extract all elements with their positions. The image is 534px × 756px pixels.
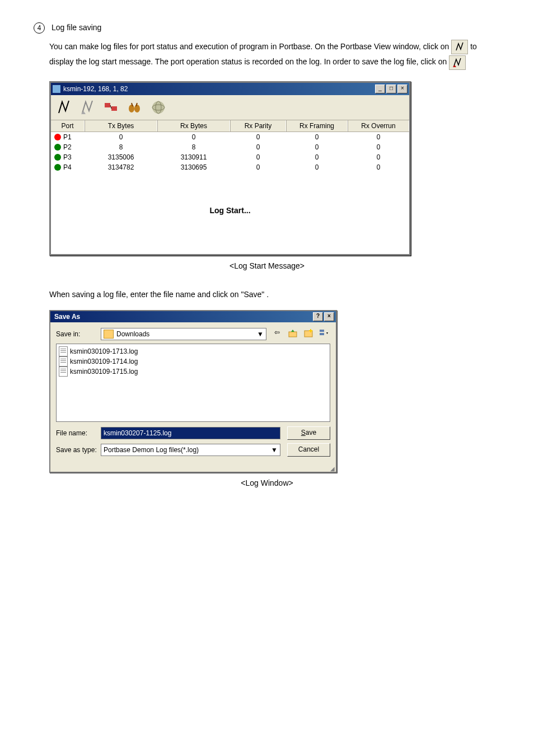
svg-rect-10: [320, 330, 324, 332]
save-btn-rest: ave: [306, 429, 316, 436]
window-title: ksmin-192, 168, 1, 82: [63, 85, 375, 93]
list-item[interactable]: ksmin030109-1713.log: [59, 346, 327, 356]
save-in-value: Downloads: [116, 330, 149, 338]
table-row[interactable]: P431347823130695000: [51, 162, 409, 172]
list-item[interactable]: ksmin030109-1715.log: [59, 367, 327, 377]
portbase-window: ksmin-192, 168, 1, 82 _ □ × Port Tx Byte…: [49, 81, 411, 256]
table-row[interactable]: P331350063130911000: [51, 152, 409, 162]
view-menu-button[interactable]: [318, 328, 330, 340]
svg-rect-0: [105, 103, 110, 107]
caption-log-window: <Log Window>: [34, 478, 500, 487]
svg-point-5: [152, 101, 165, 114]
log-save-icon: [449, 55, 466, 70]
toolbar-log-save-button[interactable]: [77, 97, 99, 118]
table-row[interactable]: P100000: [51, 132, 409, 142]
svg-rect-8: [289, 332, 297, 337]
resize-grip[interactable]: ◢: [50, 466, 336, 472]
header-rx-bytes[interactable]: Rx Bytes: [157, 120, 230, 132]
cancel-button[interactable]: Cancel: [287, 443, 330, 457]
save-in-label: Save in:: [56, 330, 101, 338]
table-row[interactable]: P288000: [51, 142, 409, 152]
header-port[interactable]: Port: [51, 120, 85, 132]
save-as-dialog: Save As ? × Save in: Downloads ▼ ⇦: [49, 310, 337, 473]
toolbar-binoculars-button[interactable]: [124, 97, 146, 118]
app-icon: [53, 85, 60, 93]
filename-value: ksmin030207-1125.log: [104, 429, 171, 437]
table-body: P100000P288000P331350063130911000P431347…: [51, 132, 409, 172]
port-table: Port Tx Bytes Rx Bytes Rx Parity Rx Fram…: [51, 120, 409, 254]
header-tx-bytes[interactable]: Tx Bytes: [85, 120, 157, 132]
folder-icon: [104, 330, 114, 339]
svg-point-4: [134, 105, 140, 112]
file-icon: [59, 367, 68, 377]
body-paragraph-2: When saving a log file, enter the file n…: [49, 287, 500, 302]
caption-log-start: <Log Start Message>: [34, 261, 500, 270]
status-dot-icon: [54, 154, 61, 161]
save-as-type-label: Save as type:: [56, 446, 101, 454]
chevron-down-icon: ▼: [257, 330, 264, 338]
file-icon: [59, 356, 68, 367]
close-button[interactable]: ×: [324, 312, 334, 321]
log-start-icon: [451, 40, 468, 54]
svg-rect-11: [320, 333, 324, 335]
section-title: Log file saving: [51, 23, 102, 32]
file-icon: [59, 346, 68, 356]
toolbar-globe-button[interactable]: [148, 97, 169, 118]
header-rx-parity[interactable]: Rx Parity: [230, 120, 286, 132]
status-dot-icon: [54, 134, 61, 140]
back-button[interactable]: ⇦: [271, 328, 283, 340]
save-titlebar: Save As ? ×: [50, 311, 336, 322]
status-dot-icon: [54, 164, 61, 171]
file-list[interactable]: ksmin030109-1713.logksmin030109-1714.log…: [56, 344, 330, 422]
log-start-message: Log Start...: [51, 172, 409, 254]
type-value: Portbase Demon Log files(*.log): [104, 446, 199, 454]
para1a: You can make log files for port status a…: [49, 42, 451, 51]
new-folder-button[interactable]: [302, 328, 315, 340]
toolbar-log-start-button[interactable]: [54, 97, 75, 118]
header-rx-framing[interactable]: Rx Framing: [286, 120, 348, 132]
close-button[interactable]: ×: [397, 84, 407, 93]
up-button[interactable]: [287, 328, 299, 340]
section-number: 4: [34, 22, 45, 34]
save-as-type-combo[interactable]: Portbase Demon Log files(*.log) ▼: [101, 444, 280, 456]
help-button[interactable]: ?: [313, 312, 323, 321]
header-rx-overrun[interactable]: Rx Overrun: [348, 120, 409, 132]
titlebar: ksmin-192, 168, 1, 82 _ □ ×: [51, 83, 409, 95]
toolbar: [51, 95, 409, 120]
filename-input[interactable]: ksmin030207-1125.log: [101, 427, 280, 439]
filename-label: File name:: [56, 429, 101, 437]
save-in-combo[interactable]: Downloads ▼: [101, 328, 266, 340]
svg-rect-1: [111, 106, 117, 111]
save-title: Save As: [52, 313, 313, 321]
chevron-down-icon: ▼: [271, 446, 278, 454]
svg-point-3: [129, 105, 134, 112]
toolbar-devices-button[interactable]: [101, 97, 122, 118]
svg-line-2: [110, 105, 111, 109]
save-button[interactable]: Save: [287, 426, 330, 440]
status-dot-icon: [54, 144, 61, 151]
maximize-button[interactable]: □: [386, 84, 396, 93]
section-header: 4 Log file saving: [34, 22, 500, 34]
body-paragraph-1: You can make log files for port status a…: [49, 39, 500, 70]
minimize-button[interactable]: _: [375, 84, 385, 93]
list-item[interactable]: ksmin030109-1714.log: [59, 356, 327, 367]
table-header: Port Tx Bytes Rx Bytes Rx Parity Rx Fram…: [51, 120, 409, 132]
